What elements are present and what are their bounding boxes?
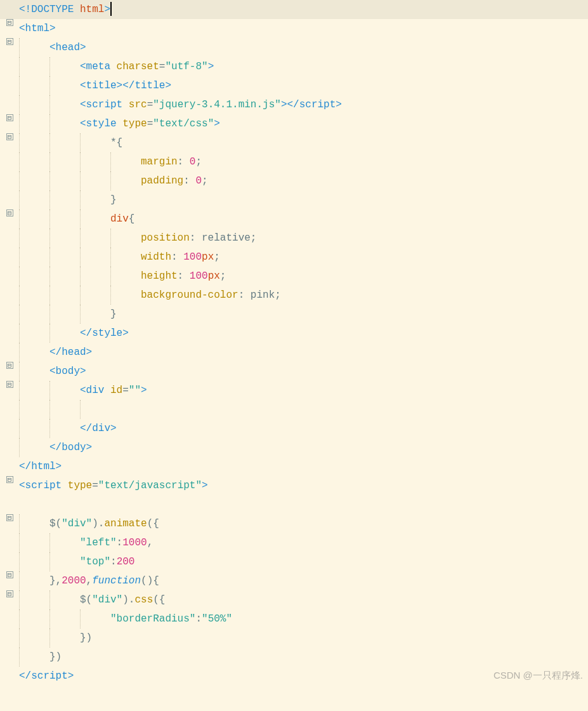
text-cursor	[110, 2, 112, 16]
code-line[interactable]	[0, 400, 588, 419]
code-line[interactable]: padding: 0;	[0, 171, 588, 190]
code-line[interactable]: background-color: pink;	[0, 286, 588, 305]
code-line[interactable]: })	[0, 628, 588, 648]
code-line[interactable]: margin: 0;	[0, 152, 588, 171]
code-line[interactable]: ⊟ },2000,function(){	[0, 571, 588, 590]
code-line[interactable]: "left":1000,	[0, 533, 588, 552]
code-line[interactable]: <!DOCTYPE html>	[0, 0, 588, 19]
code-line[interactable]: </body>	[0, 438, 588, 457]
fold-toggle-icon[interactable]: ⊟	[6, 381, 13, 388]
code-line[interactable]: <script src="jquery-3.4.1.min.js"></scri…	[0, 95, 588, 114]
fold-toggle-icon[interactable]: ⊟	[6, 590, 13, 597]
code-line[interactable]: "borderRadius":"50%"	[0, 609, 588, 628]
code-line[interactable]: ⊟ *{	[0, 133, 588, 152]
fold-toggle-icon[interactable]: ⊟	[6, 114, 13, 121]
code-line[interactable]: ⊟ <html>	[0, 19, 588, 38]
code-line[interactable]: </style>	[0, 324, 588, 343]
code-line[interactable]: width: 100px;	[0, 248, 588, 267]
code-line[interactable]: }	[0, 190, 588, 209]
code-line[interactable]: <meta charset="utf-8">	[0, 57, 588, 76]
fold-toggle-icon[interactable]: ⊟	[6, 362, 13, 369]
fold-toggle-icon[interactable]: ⊟	[6, 133, 13, 140]
code-line[interactable]: </div>	[0, 419, 588, 438]
code-line[interactable]	[0, 495, 588, 514]
code-line[interactable]: ⊟ <div id="">	[0, 381, 588, 400]
code-line[interactable]: ⊟ $("div").css({	[0, 590, 588, 609]
code-editor[interactable]: <!DOCTYPE html> ⊟ <html> ⊟ <head> <meta …	[0, 0, 588, 686]
fold-toggle-icon[interactable]: ⊟	[6, 38, 13, 45]
code-line[interactable]: ⊟ <style type="text/css">	[0, 114, 588, 133]
code-line[interactable]: position: relative;	[0, 229, 588, 248]
code-line[interactable]: ⊟ $("div").animate({	[0, 514, 588, 533]
code-line[interactable]: })	[0, 648, 588, 667]
code-line[interactable]: "top":200	[0, 552, 588, 571]
fold-toggle-icon[interactable]: ⊟	[6, 476, 13, 483]
fold-toggle-icon[interactable]: ⊟	[6, 514, 13, 521]
code-line[interactable]: </html>	[0, 457, 588, 476]
code-line[interactable]: height: 100px;	[0, 267, 588, 286]
code-line[interactable]: ⊟ <head>	[0, 38, 588, 57]
code-line[interactable]: </head>	[0, 343, 588, 362]
fold-toggle-icon[interactable]: ⊟	[6, 19, 13, 26]
doctype-tag: <!DOCTYPE	[19, 4, 80, 15]
fold-toggle-icon[interactable]: ⊟	[6, 571, 13, 578]
code-line[interactable]: ⊟ div{	[0, 209, 588, 229]
code-line[interactable]: }	[0, 305, 588, 324]
fold-toggle-icon[interactable]: ⊟	[6, 209, 13, 216]
watermark-text: CSDN @一只程序烽.	[493, 670, 583, 682]
code-line[interactable]: <title></title>	[0, 76, 588, 95]
code-line[interactable]: ⊟ <body>	[0, 362, 588, 381]
code-line[interactable]: ⊟ <script type="text/javascript">	[0, 476, 588, 495]
